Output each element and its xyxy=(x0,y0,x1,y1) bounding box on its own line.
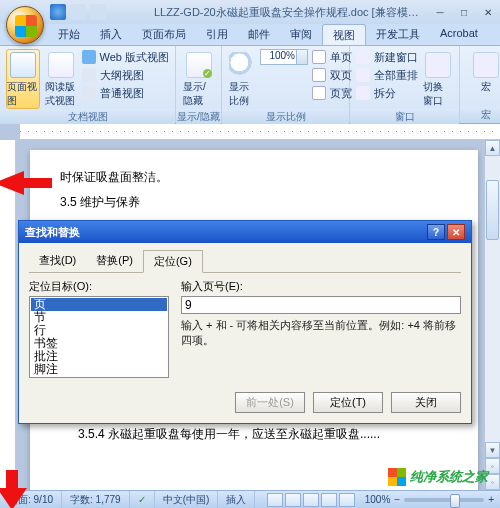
view-web-icon[interactable] xyxy=(303,493,319,507)
switch-windows-icon xyxy=(425,52,451,78)
tab-references[interactable]: 引用 xyxy=(196,24,238,45)
language-indicator[interactable]: 中文(中国) xyxy=(155,491,219,508)
tab-insert[interactable]: 插入 xyxy=(90,24,132,45)
arrange-all-icon xyxy=(356,68,370,82)
dialog-titlebar[interactable]: 查找和替换 ? ✕ xyxy=(19,221,471,243)
macros-icon xyxy=(473,52,499,78)
maximize-button[interactable]: □ xyxy=(452,3,476,21)
find-replace-dialog: 查找和替换 ? ✕ 查找(D) 替换(P) 定位(G) 定位目标(O): 页 节… xyxy=(18,220,472,424)
previous-button: 前一处(S) xyxy=(235,392,305,413)
tab-view[interactable]: 视图 xyxy=(322,24,366,45)
view-outline-icon[interactable] xyxy=(321,493,337,507)
page-number-label: 输入页号(E): xyxy=(181,279,461,294)
group-label-window: 窗口 xyxy=(350,109,459,125)
zoom-control: 100% − + xyxy=(359,494,500,505)
insert-mode[interactable]: 插入 xyxy=(218,491,255,508)
split-icon xyxy=(356,86,370,100)
page-number-input[interactable] xyxy=(181,296,461,314)
group-zoom: 显示比例 100% 单页 双页 页宽 显示比例 xyxy=(222,46,350,123)
zoom-label: 显示比例 xyxy=(229,80,255,108)
dialog-tab-replace[interactable]: 替换(P) xyxy=(86,250,143,273)
tab-developer[interactable]: 开发工具 xyxy=(366,24,430,45)
show-hide-button[interactable]: ✓ 显示/隐藏 xyxy=(182,49,215,109)
web-layout-button[interactable]: Web 版式视图 xyxy=(82,49,169,65)
macros-button[interactable]: 宏 xyxy=(466,49,500,95)
two-pages-button[interactable]: 双页 xyxy=(312,67,352,83)
list-item[interactable]: 脚注 xyxy=(31,363,167,376)
group-window: 新建窗口 全部重排 拆分 切换窗口 窗口 xyxy=(350,46,460,123)
switch-windows-button[interactable]: 切换窗口 xyxy=(422,49,453,109)
two-pages-label: 双页 xyxy=(330,68,352,83)
dialog-tab-find[interactable]: 查找(D) xyxy=(29,250,86,273)
scroll-thumb[interactable] xyxy=(486,180,499,240)
watermark-logo-icon xyxy=(388,468,406,486)
view-draft-icon[interactable] xyxy=(339,493,355,507)
group-label-macros: 宏 xyxy=(460,107,500,123)
reading-layout-button[interactable]: 阅读版式视图 xyxy=(44,49,78,109)
vertical-scrollbar[interactable]: ▲ ▼ ◦ ◦ xyxy=(484,140,500,490)
qat-undo-icon[interactable] xyxy=(70,4,86,20)
tab-review[interactable]: 审阅 xyxy=(280,24,322,45)
zoom-percent-field[interactable]: 100% xyxy=(260,49,308,65)
qat-redo-icon[interactable] xyxy=(90,4,106,20)
group-label-views: 文档视图 xyxy=(0,109,175,125)
word-count[interactable]: 字数: 1,779 xyxy=(62,491,130,508)
dialog-tab-goto[interactable]: 定位(G) xyxy=(143,250,203,273)
new-window-button[interactable]: 新建窗口 xyxy=(356,49,418,65)
draft-view-button[interactable]: 普通视图 xyxy=(82,85,169,101)
view-print-layout-icon[interactable] xyxy=(267,493,283,507)
scroll-down-button[interactable]: ▼ xyxy=(485,442,500,458)
zoom-button[interactable]: 显示比例 xyxy=(228,49,256,109)
page-width-label: 页宽 xyxy=(330,86,352,101)
web-layout-label: Web 版式视图 xyxy=(100,50,169,65)
ribbon-tabs: 开始 插入 页面布局 引用 邮件 审阅 视图 开发工具 Acrobat xyxy=(0,24,500,46)
watermark-text: 纯净系统之家 xyxy=(410,468,488,486)
zoom-slider[interactable] xyxy=(404,498,484,502)
zoom-in-button[interactable]: + xyxy=(488,494,494,505)
magnifier-icon xyxy=(229,52,255,78)
proofing-status[interactable]: ✓ xyxy=(130,491,155,508)
minimize-button[interactable]: ─ xyxy=(428,3,452,21)
arrange-all-button[interactable]: 全部重排 xyxy=(356,67,418,83)
scroll-up-button[interactable]: ▲ xyxy=(485,140,500,156)
doc-text: 3.5.4 永磁起重吸盘每使用一年，应送至永磁起重吸盘...... xyxy=(60,423,448,446)
list-item[interactable]: 页 xyxy=(31,298,167,311)
reading-layout-label: 阅读版式视图 xyxy=(45,80,77,108)
dialog-help-button[interactable]: ? xyxy=(427,224,445,240)
two-pages-icon xyxy=(312,68,326,82)
one-page-icon xyxy=(312,50,326,64)
switch-windows-label: 切换窗口 xyxy=(423,80,452,108)
draft-icon xyxy=(82,86,96,100)
qat-save-icon[interactable] xyxy=(50,4,66,20)
goto-target-listbox[interactable]: 页 节 行 书签 批注 脚注 xyxy=(29,296,169,378)
split-label: 拆分 xyxy=(374,86,396,101)
view-reading-icon[interactable] xyxy=(285,493,301,507)
goto-button[interactable]: 定位(T) xyxy=(313,392,383,413)
zoom-value[interactable]: 100% xyxy=(365,494,391,505)
close-app-button[interactable]: ✕ xyxy=(476,3,500,21)
one-page-label: 单页 xyxy=(330,50,352,65)
split-button[interactable]: 拆分 xyxy=(356,85,418,101)
list-item[interactable]: 节 xyxy=(31,311,167,324)
dialog-close-button[interactable]: ✕ xyxy=(447,224,465,240)
zoom-out-button[interactable]: − xyxy=(394,494,400,505)
outline-label: 大纲视图 xyxy=(100,68,144,83)
goto-hint-text: 输入 + 和 - 可将相关内容移至当前位置。例如: +4 将前移四项。 xyxy=(181,318,461,348)
horizontal-ruler[interactable] xyxy=(20,124,500,140)
close-button[interactable]: 关闭 xyxy=(391,392,461,413)
window-title: LLZZ-GD-20永磁起重吸盘安全操作规程.doc [兼容模式] - Micr… xyxy=(114,5,428,20)
one-page-button[interactable]: 单页 xyxy=(312,49,352,65)
office-orb-button[interactable] xyxy=(6,6,44,44)
doc-text: 3.5 维护与保养 xyxy=(60,191,448,214)
ribbon: 页面视图 阅读版式视图 Web 版式视图 大纲视图 普通视图 文档视图 ✓ 显示… xyxy=(0,46,500,124)
tab-acrobat[interactable]: Acrobat xyxy=(430,24,488,45)
tab-page-layout[interactable]: 页面布局 xyxy=(132,24,196,45)
page-width-button[interactable]: 页宽 xyxy=(312,85,352,101)
tab-mailings[interactable]: 邮件 xyxy=(238,24,280,45)
outline-view-button[interactable]: 大纲视图 xyxy=(82,67,169,83)
print-layout-button[interactable]: 页面视图 xyxy=(6,49,40,109)
tab-home[interactable]: 开始 xyxy=(48,24,90,45)
annotation-arrow-icon xyxy=(0,470,30,508)
macros-label: 宏 xyxy=(481,80,491,94)
svg-marker-1 xyxy=(0,470,27,508)
